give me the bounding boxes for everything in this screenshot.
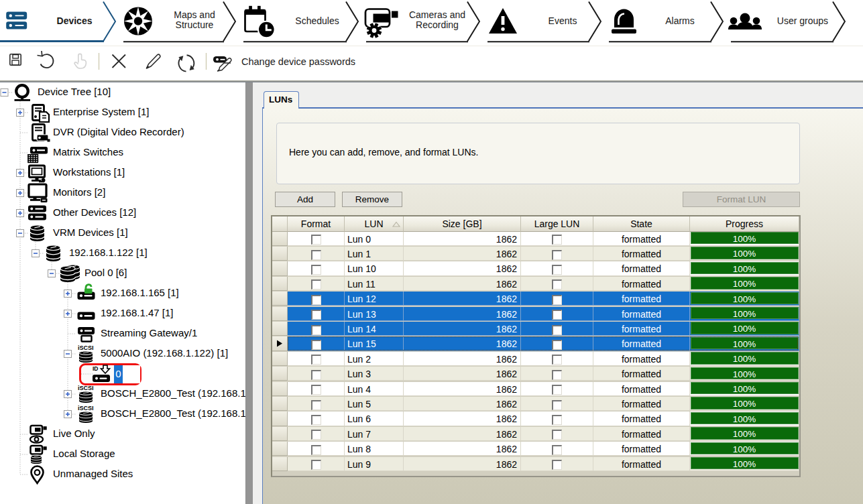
svg-text:iSCSI: iSCSI [78, 344, 94, 351]
svg-text:ID: ID [93, 365, 99, 372]
svg-text:User groups: User groups [777, 15, 828, 26]
svg-text:Events: Events [549, 15, 577, 26]
svg-text:iSCSI: iSCSI [78, 405, 94, 412]
svg-text:iSCSI: iSCSI [78, 385, 94, 391]
svg-text:Alarms: Alarms [665, 15, 695, 26]
